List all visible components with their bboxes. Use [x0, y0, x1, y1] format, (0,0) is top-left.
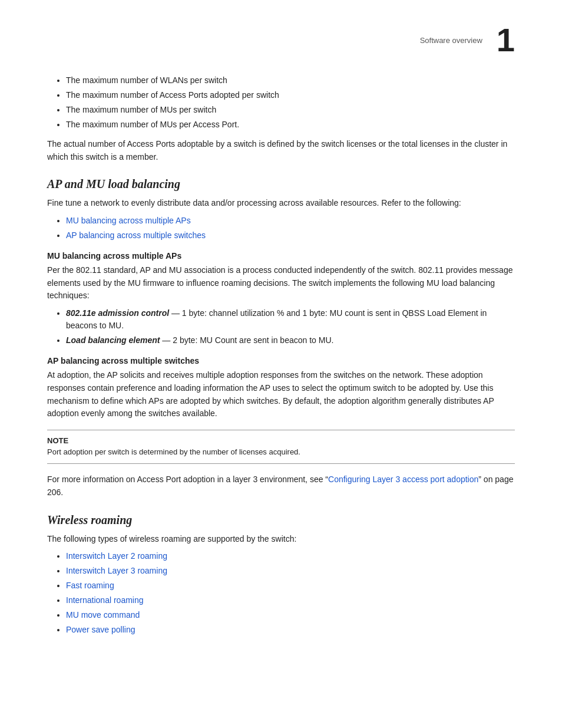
page: Software overview 1 The maximum number o… [0, 0, 562, 728]
list-item: 802.11e admission control — 1 byte: chan… [66, 307, 515, 332]
note-text: Port adoption per switch is determined b… [47, 446, 515, 458]
list-item: Load balancing element — 2 byte: MU Coun… [66, 334, 515, 347]
mu-sub-body: Per the 802.11 standard, AP and MU assoc… [47, 264, 515, 302]
list-item: International roaming [66, 594, 515, 607]
list-item: Interswitch Layer 3 roaming [66, 565, 515, 577]
international-roaming-link[interactable]: International roaming [66, 595, 144, 605]
chapter-number: 1 [497, 24, 515, 57]
list-item: Fast roaming [66, 579, 515, 592]
note-label: NOTE [47, 436, 515, 445]
ap-sub-body: At adoption, the AP solicits and receive… [47, 369, 515, 420]
technique-1-label: 802.11e admission control [66, 308, 169, 318]
ap-mu-heading: AP and MU load balancing [47, 177, 515, 191]
wireless-roaming-section: Wireless roaming The following types of … [47, 513, 515, 637]
ap-balancing-link[interactable]: AP balancing across multiple switches [66, 230, 206, 240]
mu-balancing-link[interactable]: MU balancing across multiple APs [66, 216, 191, 225]
layer3-access-port-link[interactable]: Configuring Layer 3 access port adoption [328, 475, 478, 484]
mu-sub-section: MU balancing across multiple APs Per the… [47, 251, 515, 347]
page-header: Software overview 1 [47, 24, 515, 57]
mu-sub-heading: MU balancing across multiple APs [47, 251, 515, 261]
wireless-roaming-intro: The following types of wireless roaming … [47, 533, 515, 546]
list-item: Power save polling [66, 624, 515, 636]
ap-mu-intro: Fine tune a network to evenly distribute… [47, 197, 515, 210]
header-right: Software overview 1 [420, 24, 515, 57]
list-item: AP balancing across multiple switches [66, 229, 515, 242]
note-after-paragraph: For more information on Access Port adop… [47, 473, 515, 499]
intro-paragraph: The actual number of Access Ports adopta… [47, 138, 515, 163]
list-item: The maximum number of WLANs per switch [66, 74, 515, 87]
mu-techniques-list: 802.11e admission control — 1 byte: chan… [66, 307, 515, 347]
list-item: The maximum number of MUs per Access Por… [66, 118, 515, 131]
power-save-polling-link[interactable]: Power save polling [66, 625, 135, 634]
technique-2-label: Load balancing element [66, 335, 160, 345]
list-item: MU balancing across multiple APs [66, 215, 515, 227]
wireless-roaming-list: Interswitch Layer 2 roaming Interswitch … [66, 550, 515, 636]
mu-move-command-link[interactable]: MU move command [66, 610, 140, 620]
ap-mu-section: AP and MU load balancing Fine tune a net… [47, 177, 515, 499]
ap-sub-section: AP balancing across multiple switches At… [47, 356, 515, 420]
note-box: NOTE Port adoption per switch is determi… [47, 430, 515, 465]
technique-2-rest: — 2 byte: MU Count are sent in beacon to… [160, 335, 333, 345]
note-after-pre: For more information on Access Port adop… [47, 475, 328, 484]
list-item: The maximum number of MUs per switch [66, 104, 515, 116]
interswitch-l2-link[interactable]: Interswitch Layer 2 roaming [66, 551, 167, 561]
ap-mu-link-list: MU balancing across multiple APs AP bala… [66, 215, 515, 242]
list-item: MU move command [66, 609, 515, 621]
ap-sub-heading: AP balancing across multiple switches [47, 356, 515, 365]
fast-roaming-link[interactable]: Fast roaming [66, 581, 114, 590]
wireless-roaming-heading: Wireless roaming [47, 513, 515, 527]
interswitch-l3-link[interactable]: Interswitch Layer 3 roaming [66, 566, 167, 575]
chapter-label: Software overview [420, 36, 482, 45]
list-item: Interswitch Layer 2 roaming [66, 550, 515, 562]
intro-bullet-list: The maximum number of WLANs per switch T… [66, 74, 515, 131]
list-item: The maximum number of Access Ports adopt… [66, 89, 515, 101]
